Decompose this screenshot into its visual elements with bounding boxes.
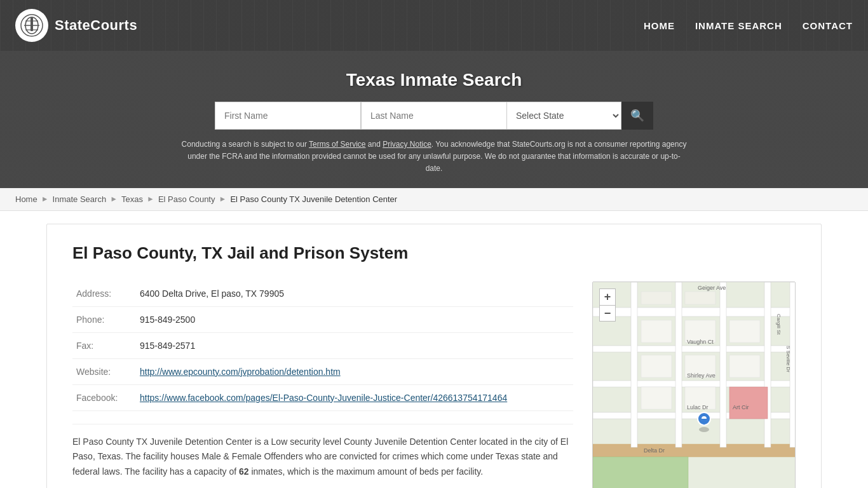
disclaimer-text: Conducting a search is subject to our Te… — [180, 139, 688, 175]
phone-label: Phone: — [72, 306, 136, 332]
svg-rect-14 — [720, 282, 726, 447]
svg-text:S Seville Dr: S Seville Dr — [785, 346, 791, 372]
nav-inmate-search[interactable]: INMATE SEARCH — [695, 20, 782, 31]
facebook-row: Facebook: https://www.facebook.com/pages… — [72, 384, 573, 410]
disclaimer-before: Conducting a search is subject to our — [182, 140, 309, 149]
svg-rect-18 — [685, 292, 715, 304]
privacy-link[interactable]: Privacy Notice — [383, 140, 431, 149]
content-card: El Paso County, TX Jail and Prison Syste… — [46, 224, 822, 488]
svg-rect-13 — [675, 282, 682, 447]
svg-rect-22 — [641, 355, 672, 377]
map-area: + − — [592, 281, 796, 488]
breadcrumb-sep-3: ► — [147, 194, 154, 203]
main-nav: HOME INMATE SEARCH CONTACT — [644, 20, 853, 31]
first-name-input[interactable] — [215, 102, 361, 130]
map-zoom-controls: + − — [599, 288, 616, 322]
breadcrumb-sep-1: ► — [41, 194, 49, 203]
hero-section: Texas Inmate Search Select State Alabama… — [0, 51, 868, 188]
last-name-input[interactable] — [361, 102, 507, 130]
breadcrumb-sep-2: ► — [110, 194, 118, 203]
breadcrumb: Home ► Inmate Search ► Texas ► El Paso C… — [0, 188, 868, 211]
search-button[interactable]: 🔍 — [621, 102, 653, 130]
svg-text:Art Cir: Art Cir — [733, 404, 749, 410]
svg-text:Cargill St: Cargill St — [776, 314, 782, 335]
svg-text:Lulac Dr: Lulac Dr — [687, 404, 709, 410]
breadcrumb-current: El Paso County TX Juvenile Detention Cen… — [230, 194, 397, 204]
site-header: StateCourts HOME INMATE SEARCH CONTACT — [0, 0, 868, 51]
svg-rect-28 — [593, 457, 688, 488]
logo-icon — [15, 9, 48, 42]
svg-text:Vaughn Ct: Vaughn Ct — [687, 339, 714, 345]
svg-rect-27 — [729, 387, 768, 419]
fax-row: Fax: 915-849-2571 — [72, 332, 573, 358]
breadcrumb-county[interactable]: El Paso County — [158, 194, 215, 204]
page-title: Texas Inmate Search — [13, 70, 855, 90]
svg-rect-17 — [641, 292, 672, 304]
facebook-value: https://www.facebook.com/pages/El-Paso-C… — [136, 384, 573, 410]
svg-text:Geiger Ave: Geiger Ave — [698, 285, 726, 291]
main-container: El Paso County, TX Jail and Prison Syste… — [34, 211, 834, 488]
svg-rect-21 — [729, 320, 760, 342]
svg-rect-19 — [641, 320, 672, 342]
website-link[interactable]: http://www.epcounty.com/jvprobation/dete… — [140, 367, 341, 377]
map-zoom-in[interactable]: + — [599, 288, 616, 305]
svg-text:Delta Dr: Delta Dr — [644, 447, 665, 454]
svg-rect-1 — [31, 17, 33, 31]
website-label: Website: — [72, 358, 136, 384]
search-bar: Select State AlabamaAlaskaArizonaArkansa… — [13, 102, 855, 130]
svg-text:Shirley Ave: Shirley Ave — [687, 372, 715, 379]
nav-home[interactable]: HOME — [644, 20, 675, 31]
map-svg: Geiger Ave Cargill St Vaughn Ct Shirley … — [593, 282, 796, 488]
disclaimer-and: and — [365, 140, 383, 149]
state-select[interactable]: Select State AlabamaAlaskaArizonaArkansa… — [507, 102, 621, 130]
svg-rect-25 — [641, 387, 672, 409]
logo-area: StateCourts — [15, 9, 137, 42]
svg-rect-15 — [764, 282, 771, 447]
address-value: 6400 Delta Drive, El paso, TX 79905 — [136, 281, 573, 307]
phone-row: Phone: 915-849-2500 — [72, 306, 573, 332]
fax-label: Fax: — [72, 332, 136, 358]
address-label: Address: — [72, 281, 136, 307]
terms-link[interactable]: Terms of Service — [309, 140, 365, 149]
nav-contact[interactable]: CONTACT — [803, 20, 853, 31]
content-left: El Paso County, TX Jail and Prison Syste… — [72, 243, 573, 488]
breadcrumb-sep-4: ► — [219, 194, 226, 203]
map-zoom-out[interactable]: − — [599, 305, 616, 322]
fax-value: 915-849-2571 — [136, 332, 573, 358]
facebook-link[interactable]: https://www.facebook.com/pages/El-Paso-C… — [140, 393, 507, 403]
phone-value: 915-849-2500 — [136, 306, 573, 332]
logo-text: StateCourts — [55, 17, 137, 34]
facebook-label: Facebook: — [72, 384, 136, 410]
breadcrumb-inmate-search[interactable]: Inmate Search — [53, 194, 107, 204]
breadcrumb-home[interactable]: Home — [15, 194, 37, 204]
search-icon: 🔍 — [630, 109, 644, 123]
info-table: Address: 6400 Delta Drive, El paso, TX 7… — [72, 281, 573, 411]
description-after: inmates, which is the maximum amount of … — [249, 466, 484, 477]
svg-rect-24 — [729, 355, 760, 377]
website-row: Website: http://www.epcounty.com/jvproba… — [72, 358, 573, 384]
facility-title: El Paso County, TX Jail and Prison Syste… — [72, 243, 573, 263]
capacity-value: 62 — [239, 466, 249, 477]
breadcrumb-state[interactable]: Texas — [121, 194, 143, 204]
website-value: http://www.epcounty.com/jvprobation/dete… — [136, 358, 573, 384]
address-row: Address: 6400 Delta Drive, El paso, TX 7… — [72, 281, 573, 307]
facility-description: El Paso County TX Juvenile Detention Cen… — [72, 424, 573, 480]
svg-point-39 — [699, 427, 709, 432]
svg-rect-12 — [631, 282, 637, 447]
